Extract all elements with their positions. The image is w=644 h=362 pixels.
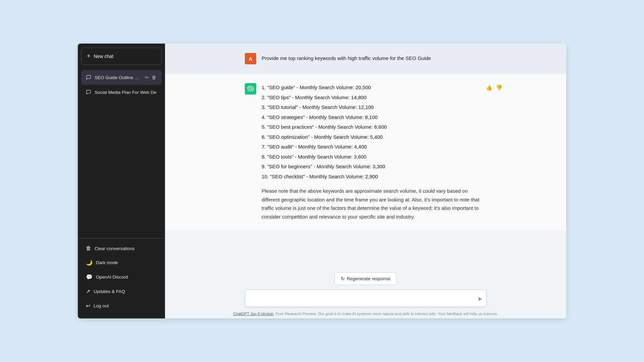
chat-item-actions: ✏ 🗑 <box>144 74 157 81</box>
keyword-item: 9. "SEO for beginners" - Monthly Search … <box>262 162 486 171</box>
main-content: A Provide me top ranking keywords with h… <box>165 44 566 318</box>
regenerate-icon: ↻ <box>341 276 345 281</box>
keyword-item: 7. "SEO audit" - Monthly Search Volume: … <box>262 142 486 151</box>
new-chat-button[interactable]: + New chat <box>81 48 162 65</box>
chat-input[interactable] <box>245 290 486 307</box>
updates-faq-label: Updates & FAQ <box>94 289 125 294</box>
user-message-row: A Provide me top ranking keywords with h… <box>165 44 566 74</box>
keyword-item: 1. "SEO guide" - Monthly Search Volume: … <box>262 83 486 92</box>
logout-icon: ↩ <box>86 303 90 309</box>
edit-chat-button[interactable]: ✏ <box>144 74 150 81</box>
logout-item[interactable]: ↩ Log out <box>81 299 162 313</box>
delete-chat-button[interactable]: 🗑 <box>151 74 157 81</box>
chat-item-social-media[interactable]: Social Media Plan For Web De <box>81 85 162 99</box>
keyword-item: 6. "SEO optimization" - Monthly Search V… <box>262 133 486 141</box>
openai-logo-icon <box>247 85 254 92</box>
thumbs-down-button[interactable]: 👎 <box>495 84 503 92</box>
trash-icon: 🗑 <box>86 245 91 251</box>
chat-bubble-icon <box>86 75 91 80</box>
ai-avatar <box>245 83 256 95</box>
chat-area: A Provide me top ranking keywords with h… <box>165 44 566 267</box>
user-message-text: Provide me top ranking keywords with hig… <box>262 53 431 62</box>
thumbs-up-button[interactable]: 👍 <box>485 84 493 92</box>
keyword-item: 2. "SEO tips" - Monthly Search Volume: 1… <box>262 93 486 102</box>
ai-message-content: 1. "SEO guide" - Monthly Search Volume: … <box>262 83 486 221</box>
chatgpt-version-link[interactable]: ChatGPT Jan 9 Version <box>233 312 274 316</box>
keyword-item: 4. "SEO strategies" - Monthly Search Vol… <box>262 113 486 122</box>
dark-mode-item[interactable]: 🌙 Dark mode <box>81 255 162 270</box>
keyword-item: 5. "SEO best practices" - Monthly Search… <box>262 123 486 131</box>
new-chat-label: New chat <box>94 54 113 59</box>
send-button[interactable]: ➤ <box>477 295 482 303</box>
plus-icon: + <box>87 53 91 60</box>
chat-list: SEO Guide Outline Sug ✏ 🗑 Social Media P… <box>81 70 162 99</box>
ai-message-inner: 1. "SEO guide" - Monthly Search Volume: … <box>245 83 486 221</box>
clear-conversations-item[interactable]: 🗑 Clear conversations <box>81 241 162 255</box>
bottom-area: ↻ Regenerate response ➤ ChatGPT Jan 9 Ve… <box>165 267 566 318</box>
ai-message-row: 1. "SEO guide" - Monthly Search Volume: … <box>165 74 566 230</box>
chat-item-label: SEO Guide Outline Sug <box>95 75 141 80</box>
chat-bubble-icon-2 <box>86 89 91 95</box>
send-icon: ➤ <box>477 295 482 303</box>
keywords-list: 1. "SEO guide" - Monthly Search Volume: … <box>262 83 486 181</box>
chat-item-seo-guide[interactable]: SEO Guide Outline Sug ✏ 🗑 <box>81 70 162 85</box>
keyword-item: 8. "SEO tools" - Monthly Search Volume: … <box>262 153 486 161</box>
discord-label: OpenAI Discord <box>96 275 128 280</box>
discord-icon: 💬 <box>86 274 93 280</box>
footer-text: . Free Research Preview. Our goal is to … <box>274 312 498 316</box>
clear-conversations-label: Clear conversations <box>95 246 135 251</box>
user-avatar: A <box>245 53 256 64</box>
discord-item[interactable]: 💬 OpenAI Discord <box>81 270 162 284</box>
input-area: ➤ <box>245 290 486 308</box>
updates-faq-item[interactable]: ↗ Updates & FAQ <box>81 284 162 299</box>
sidebar-bottom: 🗑 Clear conversations 🌙 Dark mode 💬 Open… <box>78 238 165 318</box>
ai-note-text: Please note that the above keywords are … <box>262 187 486 221</box>
chat-item-label-2: Social Media Plan For Web De <box>95 90 157 95</box>
regenerate-label: Regenerate response <box>347 276 390 281</box>
footer-note: ChatGPT Jan 9 Version. Free Research Pre… <box>233 312 498 316</box>
user-message-inner: A Provide me top ranking keywords with h… <box>245 53 486 64</box>
keyword-item: 3. "SEO tutorial" - Monthly Search Volum… <box>262 103 486 112</box>
regenerate-button[interactable]: ↻ Regenerate response <box>334 272 397 285</box>
feedback-icons: 👍 👎 <box>485 84 503 92</box>
dark-mode-label: Dark mode <box>96 260 118 265</box>
external-link-icon: ↗ <box>86 288 90 295</box>
moon-icon: 🌙 <box>86 259 93 266</box>
logout-label: Log out <box>94 303 109 308</box>
keyword-item: 10. "SEO checklist" - Monthly Search Vol… <box>262 172 486 181</box>
sidebar: + New chat SEO Guide Outline Sug ✏ 🗑 <box>78 44 165 318</box>
